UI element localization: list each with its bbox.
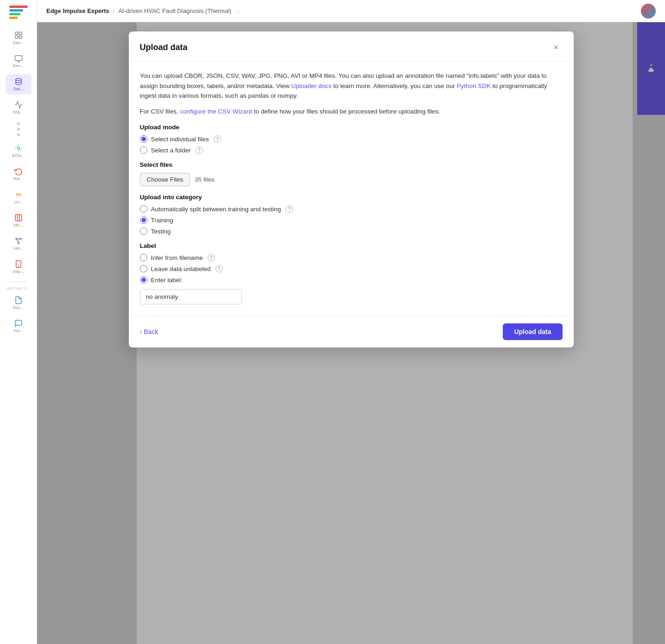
eon-icon	[14, 144, 23, 152]
radio-infer-label: Infer from filename	[151, 254, 203, 261]
radio-folder-input[interactable]	[140, 146, 147, 154]
sidebar-item-retrain[interactable]: Ret...	[6, 164, 32, 184]
live-icon	[14, 190, 23, 199]
sidebar-item-deploy[interactable]: Dep...	[6, 257, 32, 277]
radio-testing[interactable]: Testing	[140, 227, 563, 235]
modal-title: Upload data	[140, 43, 188, 52]
csv-text-2: to define how your files should be proce…	[254, 108, 440, 115]
user-avatar[interactable]	[641, 4, 656, 19]
unlabeled-help-icon: ?	[215, 265, 223, 272]
modal-wrapper: Upload data × You can upload CBOR, JSON,…	[37, 22, 665, 644]
sidebar-item-dashboard[interactable]: Das...	[6, 28, 32, 48]
radio-unlabeled-input[interactable]	[140, 265, 147, 272]
retrain-icon	[14, 167, 23, 176]
sidebar: Das... Dev... Dat... Imp...	[0, 0, 37, 644]
topbar-extra: ...	[235, 7, 240, 14]
radio-individual-label: Select individual files	[151, 136, 209, 143]
radio-training-label: Training	[151, 217, 173, 224]
topbar-brand: Edge Impulse Experts	[46, 7, 109, 14]
radio-infer-filename[interactable]: Infer from filename ?	[140, 254, 563, 261]
label-text-input[interactable]	[140, 289, 242, 304]
sidebar-item-version[interactable]: Ver...	[6, 234, 32, 254]
sidebar-item-data[interactable]: Dat...	[6, 74, 32, 95]
files-count: 35 files	[195, 176, 215, 183]
radio-infer-input[interactable]	[140, 254, 147, 261]
activity-icon	[14, 101, 23, 109]
radio-individual-files[interactable]: Select individual files ?	[140, 135, 563, 143]
dot-3	[17, 133, 20, 136]
app-logo	[9, 6, 28, 20]
svg-point-13	[16, 238, 17, 240]
radio-unlabeled[interactable]: Leave data unlabeled ?	[140, 265, 563, 272]
modal-footer: ‹ Back Upload data	[129, 316, 574, 347]
forum-icon	[14, 319, 23, 328]
sidebar-item-forum[interactable]: For...	[6, 316, 32, 336]
svg-point-8	[17, 147, 19, 150]
upload-category-title: Upload into category	[140, 194, 563, 201]
desc-text-2b: to learn more. Alternatively, you can us…	[333, 82, 455, 89]
python-sdk-link[interactable]: Python SDK	[456, 82, 491, 89]
content-body: Upload data × You can upload CBOR, JSON,…	[37, 22, 665, 644]
folder-help-icon: ?	[196, 146, 203, 154]
logo-bar-3	[9, 13, 20, 15]
choose-files-button[interactable]: Choose Files	[140, 173, 190, 186]
main-area: Edge Impulse Experts / AI-driven HVAC Fa…	[37, 0, 665, 644]
upload-mode-radio-group: Select individual files ? Select a folde…	[140, 135, 563, 154]
database-icon	[14, 77, 23, 86]
dot-2	[17, 128, 20, 131]
modal-body: You can upload CBOR, JSON, CSV, WAV, JPG…	[129, 62, 574, 316]
modal-header: Upload data ×	[129, 32, 574, 62]
getting-started-label: GETTING S...	[5, 287, 32, 290]
topbar: Edge Impulse Experts / AI-driven HVAC Fa…	[37, 0, 665, 22]
sidebar-item-model[interactable]: Mo...	[6, 210, 32, 231]
auto-split-help-icon: ?	[285, 205, 293, 213]
radio-auto-split[interactable]: Automatically split between training and…	[140, 205, 563, 213]
radio-training-input[interactable]	[140, 216, 147, 224]
upload-mode-title: Upload mode	[140, 124, 563, 131]
svg-point-7	[16, 78, 21, 81]
choose-files-area: Choose Files 35 files	[140, 173, 563, 186]
model-icon	[14, 214, 23, 222]
individual-help-icon: ?	[214, 135, 221, 143]
radio-folder-label: Select a folder	[151, 147, 191, 154]
modal-close-button[interactable]: ×	[550, 41, 563, 54]
back-button[interactable]: ‹ Back	[140, 328, 158, 335]
radio-auto-split-input[interactable]	[140, 205, 147, 213]
radio-training[interactable]: Training	[140, 216, 563, 224]
topbar-subtitle: AI-driven HVAC Fault Diagnosis (Thermal)	[118, 7, 231, 14]
description-paragraph: You can upload CBOR, JSON, CSV, WAV, JPG…	[140, 71, 563, 101]
csv-paragraph: For CSV files, configure the CSV Wizard …	[140, 107, 563, 117]
radio-unlabeled-label: Leave data unlabeled	[151, 265, 211, 272]
uploader-docs-link[interactable]: Uploader docs	[291, 82, 331, 89]
dot-1	[17, 122, 20, 125]
back-arrow: ‹	[140, 328, 142, 335]
svg-rect-2	[15, 36, 18, 38]
logo-bar-1	[9, 6, 28, 8]
radio-enter-label[interactable]: Enter label:	[140, 276, 563, 284]
sidebar-item-impulse[interactable]: Imp...	[6, 97, 32, 118]
svg-rect-3	[19, 36, 21, 38]
sidebar-item-eon[interactable]: EON...	[6, 141, 32, 161]
radio-folder[interactable]: Select a folder ?	[140, 146, 563, 154]
svg-rect-0	[15, 32, 18, 34]
radio-testing-label: Testing	[151, 228, 171, 235]
csv-wizard-link[interactable]: configure the CSV Wizard	[180, 108, 254, 115]
radio-individual-input[interactable]	[140, 135, 147, 143]
svg-point-14	[20, 238, 21, 240]
radio-testing-input[interactable]	[140, 227, 147, 235]
svg-point-15	[18, 242, 19, 244]
back-label: Back	[144, 328, 158, 335]
logo-bar-2	[9, 9, 23, 12]
svg-rect-10	[15, 215, 22, 221]
docs-icon	[14, 296, 23, 304]
sidebar-item-live[interactable]: Liv...	[6, 187, 32, 208]
radio-auto-split-label: Automatically split between training and…	[151, 206, 281, 213]
sidebar-item-devices[interactable]: Dev...	[6, 51, 32, 71]
upload-data-button[interactable]: Upload data	[503, 323, 562, 340]
sidebar-item-docs[interactable]: Doc...	[6, 293, 32, 313]
upload-category-radio-group: Automatically split between training and…	[140, 205, 563, 235]
upload-data-modal: Upload data × You can upload CBOR, JSON,…	[129, 32, 574, 347]
radio-enter-label-input[interactable]	[140, 276, 147, 284]
topbar-separator: /	[113, 7, 115, 14]
version-icon	[14, 237, 23, 245]
